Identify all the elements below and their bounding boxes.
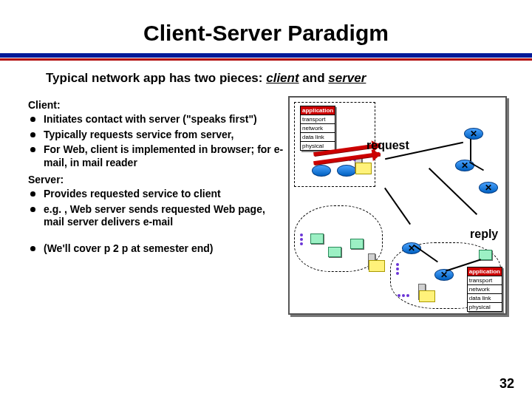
host-icon [328,247,341,257]
list-item: Initiates contact with server ("speaks f… [30,113,284,126]
host-icon [479,250,492,260]
server-bullets: Provides requested service to client e.g… [28,188,284,229]
host-icon [350,239,364,249]
list-item: e.g. , Web server sends requested Web pa… [30,203,284,229]
client-heading: Client: [28,99,284,111]
page-title: Client-Server Paradigm [0,21,532,46]
list-item: For Web, client is implemented in browse… [30,143,284,169]
title-divider [0,53,532,61]
list-item: Provides requested service to client [30,188,284,201]
host-icon [310,233,324,244]
client-protocol-stack: application transport network data link … [300,106,335,151]
reply-label: reply [470,228,498,241]
server-protocol-stack: application transport network data link … [467,267,502,312]
router-icon [434,269,454,281]
request-label: request [366,139,409,152]
list-item: (We'll cover p 2 p at semester end) [30,242,284,256]
router-icon [464,128,483,140]
page-number: 32 [499,376,514,392]
router-icon [455,160,474,171]
dots-icon [396,263,399,275]
router-icon [312,165,331,177]
router-icon [337,165,356,177]
dots-icon [300,233,303,245]
dots-icon [398,294,409,297]
server-heading: Server: [28,174,284,185]
router-icon [479,182,498,194]
server-icon [418,284,426,300]
network-diagram: application transport network data link … [287,95,508,316]
extra-bullets: (We'll cover p 2 p at semester end) [28,242,284,256]
text-column: Client: Initiates contact with server ("… [0,95,284,316]
subtitle: Typical network app has two pieces: clie… [46,71,532,86]
list-item: Typically requests service from server, [30,129,284,142]
server-icon [368,253,375,270]
client-bullets: Initiates contact with server ("speaks f… [28,113,284,169]
